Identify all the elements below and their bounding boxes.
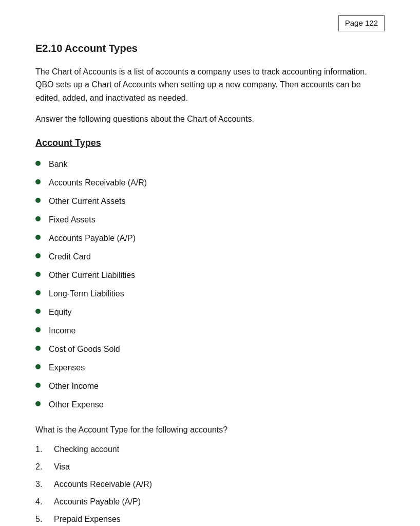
intro-paragraph-1: The Chart of Accounts is a list of accou… — [35, 65, 385, 105]
what-is-question: What is the Account Type for the followi… — [35, 423, 385, 437]
bullet-list-item: Other Current Assets — [35, 195, 385, 208]
bullet-dot-icon — [35, 272, 41, 277]
list-number: 4. — [35, 496, 51, 508]
bullet-list-item: Cost of Goods Sold — [35, 343, 385, 355]
bullet-item-text: Credit Card — [49, 251, 91, 263]
bullet-dot-icon — [35, 198, 41, 203]
list-number: 2. — [35, 461, 51, 473]
numbered-list-item: 5.Prepaid Expenses — [35, 513, 385, 525]
page-title: E2.10 Account Types — [35, 41, 385, 56]
list-number: 1. — [35, 443, 51, 456]
bullet-list-item: Other Income — [35, 380, 385, 392]
list-item-text: Visa — [54, 461, 70, 473]
bullet-item-text: Accounts Receivable (A/R) — [49, 177, 147, 189]
bullet-dot-icon — [35, 364, 41, 369]
list-item-text: Accounts Receivable (A/R) — [54, 478, 152, 491]
bullet-item-text: Equity — [49, 306, 71, 318]
bullet-dot-icon — [35, 346, 41, 351]
bullet-list-item: Bank — [35, 158, 385, 171]
bullet-dot-icon — [35, 327, 41, 332]
bullet-item-text: Income — [49, 325, 75, 337]
bullet-list-item: Equity — [35, 306, 385, 318]
page-number: Page 122 — [338, 15, 385, 31]
numbered-list-item: 4.Accounts Payable (A/P) — [35, 496, 385, 508]
accounts-numbered-list: 1.Checking account2.Visa3.Accounts Recei… — [35, 443, 385, 526]
bullet-list-item: Credit Card — [35, 251, 385, 263]
bullet-item-text: Other Current Assets — [49, 195, 125, 208]
bullet-list-item: Fixed Assets — [35, 214, 385, 226]
bullet-item-text: Accounts Payable (A/P) — [49, 232, 136, 245]
bullet-dot-icon — [35, 290, 41, 295]
bullet-item-text: Fixed Assets — [49, 214, 96, 226]
bullet-item-text: Expenses — [49, 362, 85, 374]
bullet-list-item: Other Current Liabilities — [35, 269, 385, 281]
list-item-text: Prepaid Expenses — [54, 513, 121, 525]
bullet-list-item: Other Expense — [35, 399, 385, 411]
bullet-dot-icon — [35, 235, 41, 240]
bullet-dot-icon — [35, 383, 41, 388]
list-number: 5. — [35, 513, 51, 525]
section-heading: Account Types — [35, 136, 385, 150]
bullet-item-text: Cost of Goods Sold — [49, 343, 120, 355]
list-item-text: Checking account — [54, 443, 119, 456]
bullet-dot-icon — [35, 309, 41, 314]
bullet-dot-icon — [35, 253, 41, 258]
numbered-list-item: 3.Accounts Receivable (A/R) — [35, 478, 385, 491]
bullet-list-item: Expenses — [35, 362, 385, 374]
bullet-list-item: Accounts Payable (A/P) — [35, 232, 385, 245]
bullet-list-item: Income — [35, 325, 385, 337]
bullet-item-text: Bank — [49, 158, 67, 171]
intro-paragraph-2: Answer the following questions about the… — [35, 112, 385, 126]
account-types-list: BankAccounts Receivable (A/R)Other Curre… — [35, 158, 385, 411]
bullet-dot-icon — [35, 216, 41, 221]
bullet-dot-icon — [35, 161, 41, 166]
bullet-list-item: Accounts Receivable (A/R) — [35, 177, 385, 189]
numbered-list-item: 1.Checking account — [35, 443, 385, 456]
bullet-item-text: Other Income — [49, 380, 99, 392]
numbered-list-item: 2.Visa — [35, 461, 385, 473]
bullet-dot-icon — [35, 179, 41, 184]
list-item-text: Accounts Payable (A/P) — [54, 496, 141, 508]
list-number: 3. — [35, 478, 51, 491]
bullet-dot-icon — [35, 401, 41, 406]
bullet-list-item: Long-Term Liabilities — [35, 288, 385, 300]
bullet-item-text: Other Current Liabilities — [49, 269, 135, 281]
bullet-item-text: Other Expense — [49, 399, 104, 411]
bullet-item-text: Long-Term Liabilities — [49, 288, 124, 300]
